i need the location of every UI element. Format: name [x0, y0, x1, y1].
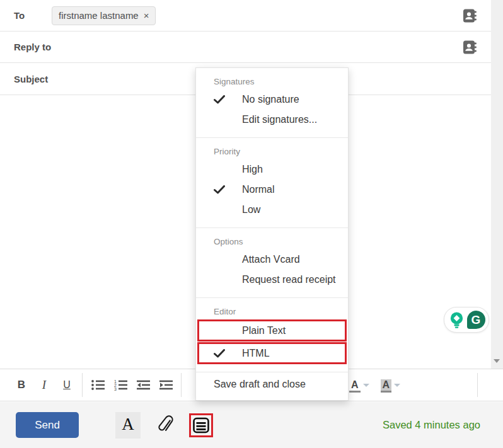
- paperclip-icon[interactable]: [157, 415, 174, 435]
- recipient-chip-label: firstname lastname: [59, 10, 139, 21]
- saved-status: Saved 4 minutes ago: [383, 419, 480, 431]
- scroll-down-arrow-icon[interactable]: [494, 359, 500, 363]
- menu-item-read-receipt[interactable]: Request read receipt: [196, 270, 348, 290]
- toolbar-separator: [181, 373, 182, 397]
- italic-button[interactable]: I: [33, 372, 55, 398]
- menu-item-label: Low: [242, 204, 260, 215]
- toolbar-separator: [82, 373, 83, 397]
- chevron-down-icon[interactable]: [394, 384, 400, 387]
- menu-item-label: Normal: [242, 184, 275, 195]
- menu-item-label: Attach Vcard: [242, 254, 300, 265]
- menu-item-attach-vcard[interactable]: Attach Vcard: [196, 250, 348, 270]
- grammarly-logo-icon[interactable]: G: [467, 311, 485, 329]
- to-label: To: [14, 10, 52, 21]
- outdent-icon[interactable]: [132, 372, 154, 398]
- subject-label: Subject: [14, 74, 48, 84]
- bullet-list-icon[interactable]: [86, 372, 109, 398]
- grammarly-widget[interactable]: G: [444, 307, 489, 333]
- annotation-box-options-button: [189, 413, 213, 437]
- menu-item-no-signature[interactable]: No signature: [196, 89, 348, 110]
- menu-item-label: Plain Text: [242, 325, 286, 336]
- menu-section-priority: Priority: [196, 138, 348, 159]
- scrollbar-track[interactable]: [491, 0, 503, 369]
- bold-button[interactable]: B: [10, 372, 33, 398]
- reply-to-field[interactable]: Reply to: [0, 32, 503, 63]
- compose-action-bar: Send A Saved 4 minutes ago: [0, 402, 503, 448]
- menu-item-priority-normal[interactable]: Normal: [196, 180, 348, 200]
- svg-text:3: 3: [114, 387, 117, 391]
- menu-item-html[interactable]: HTML: [197, 342, 347, 364]
- menu-section-signatures: Signatures: [196, 68, 348, 89]
- text-format-button[interactable]: A: [115, 412, 141, 439]
- check-icon: [196, 185, 242, 194]
- menu-item-label: HTML: [242, 348, 270, 359]
- compose-options-menu: Signatures No signature Edit signatures.…: [195, 67, 349, 401]
- menu-item-plain-text[interactable]: Plain Text: [197, 319, 347, 342]
- options-menu-icon[interactable]: [192, 416, 211, 435]
- check-icon: [199, 349, 242, 358]
- toolbar-separator: [477, 373, 478, 397]
- menu-item-label: Save draft and close: [214, 379, 306, 390]
- reply-to-label: Reply to: [14, 42, 51, 52]
- font-color-button[interactable]: A: [349, 379, 361, 391]
- menu-item-label: Request read receipt: [242, 274, 336, 285]
- recipient-chip[interactable]: firstname lastname ×: [52, 6, 156, 25]
- menu-item-priority-low[interactable]: Low: [196, 200, 348, 220]
- menu-item-label: No signature: [242, 94, 299, 105]
- menu-item-edit-signatures[interactable]: Edit signatures...: [196, 110, 348, 130]
- underline-button[interactable]: U: [55, 372, 78, 398]
- background-color-button[interactable]: A: [381, 379, 392, 391]
- menu-item-priority-high[interactable]: High: [196, 159, 348, 180]
- menu-item-label: Edit signatures...: [242, 114, 317, 125]
- address-book-icon[interactable]: [462, 40, 477, 55]
- address-book-icon[interactable]: [462, 8, 477, 23]
- mail-compose-window: To firstname lastname × Reply to: [0, 0, 503, 448]
- numbered-list-icon[interactable]: 1 2 3: [109, 372, 132, 398]
- check-icon: [196, 95, 242, 104]
- indent-icon[interactable]: [154, 372, 177, 398]
- menu-section-options: Options: [196, 228, 348, 250]
- menu-item-save-draft[interactable]: Save draft and close: [196, 372, 348, 396]
- lightbulb-icon[interactable]: [448, 311, 465, 329]
- menu-item-label: High: [242, 164, 263, 175]
- menu-section-editor: Editor: [196, 298, 348, 319]
- to-field[interactable]: To firstname lastname ×: [0, 0, 503, 32]
- close-icon[interactable]: ×: [144, 10, 149, 21]
- chevron-down-icon[interactable]: [363, 384, 369, 387]
- send-button[interactable]: Send: [16, 412, 79, 438]
